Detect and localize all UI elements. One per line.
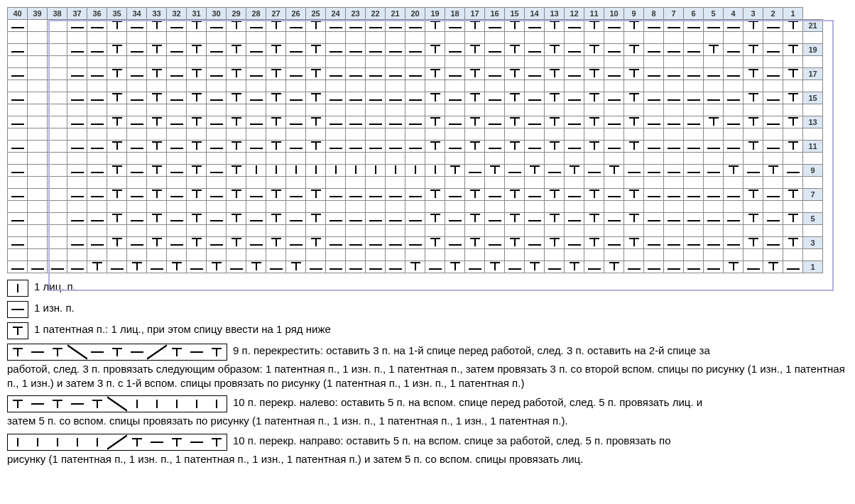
chart-cell-gap: [724, 225, 744, 237]
chart-cell-gap: [604, 32, 624, 44]
chart-cell-gap: [187, 225, 207, 237]
chart-cell: [147, 237, 167, 249]
chart-cell-gap: [147, 32, 167, 44]
chart-cell: [306, 213, 326, 225]
chart-cell: [565, 165, 584, 177]
chart-cell-gap: [306, 177, 326, 189]
chart-cell-gap: [28, 249, 48, 261]
chart-cell: [704, 68, 724, 80]
chart-cell: [465, 141, 485, 153]
chart-cell-gap: [48, 128, 67, 141]
chart-cell-gap: [207, 153, 227, 165]
chart-cell-gap: [306, 104, 326, 116]
chart-cell-gap: [445, 32, 465, 44]
chart-cell-gap: [604, 153, 624, 165]
chart-cell-gap: [48, 225, 67, 237]
chart-cell: [386, 237, 405, 249]
chart-cell-gap: [187, 104, 207, 116]
chart-cell: [67, 261, 87, 273]
chart-cell: [207, 213, 227, 225]
chart-cell: [386, 261, 405, 273]
chart-cell: [724, 92, 744, 104]
chart-cell: [545, 141, 565, 153]
chart-cell-gap: [505, 153, 525, 165]
chart-cell: [386, 189, 405, 201]
chart-cell: [207, 116, 227, 128]
chart-cell-gap: [187, 249, 207, 261]
chart-cell-gap: [326, 225, 346, 237]
col-header: 36: [87, 8, 107, 20]
chart-cell: [684, 165, 704, 177]
chart-cell: [445, 165, 465, 177]
chart-cell: [584, 44, 604, 56]
chart-cell: [584, 165, 604, 177]
chart-cell-gap: [405, 153, 425, 165]
col-header: 12: [565, 8, 584, 20]
chart-cell-gap: [684, 104, 704, 116]
chart-cell: [604, 237, 624, 249]
chart-cell-gap: [565, 177, 584, 189]
col-header: 26: [286, 8, 306, 20]
chart-cell: [306, 237, 326, 249]
chart-cell-gap: [783, 32, 803, 44]
chart-cell: [227, 68, 246, 80]
chart-cell: [107, 20, 127, 32]
chart-cell: [386, 92, 405, 104]
col-header: 1: [783, 8, 803, 20]
chart-cell-gap: [465, 56, 485, 68]
chart-cell: [246, 261, 266, 273]
chart-cell: [67, 213, 87, 225]
chart-cell-gap: [565, 128, 584, 141]
chart-cell: [545, 116, 565, 128]
chart-cell: [644, 44, 664, 56]
chart-cell-gap: [664, 249, 684, 261]
chart-cell: [147, 189, 167, 201]
col-header: 25: [306, 8, 326, 20]
chart-cell-gap: [624, 128, 644, 141]
legend-label: 1 патентная п.: 1 лиц., при этом спицу в…: [34, 322, 331, 336]
chart-cell-gap: [107, 104, 127, 116]
chart-cell: [28, 116, 48, 128]
chart-cell-gap: [485, 56, 505, 68]
chart-cell-gap: [565, 56, 584, 68]
chart-cell-gap: [107, 201, 127, 213]
chart-cell: [147, 44, 167, 56]
chart-cell-gap: [565, 32, 584, 44]
chart-cell-gap: [286, 201, 306, 213]
chart-cell-gap: [704, 201, 724, 213]
chart-cell: [28, 213, 48, 225]
chart-cell: [227, 141, 246, 153]
chart-cell-gap: [67, 177, 87, 189]
chart-cell-gap: [246, 80, 266, 92]
chart-cell-gap: [604, 201, 624, 213]
chart-cell-gap: [485, 225, 505, 237]
chart-cell: [28, 92, 48, 104]
chart-cell-gap: [604, 80, 624, 92]
chart-cell-gap: [87, 32, 107, 44]
chart-cell: [525, 20, 545, 32]
chart-cell-gap: [425, 56, 445, 68]
chart-cell-gap: [545, 177, 565, 189]
chart-cell: [107, 165, 127, 177]
chart-cell: [425, 20, 445, 32]
chart-cell: [584, 237, 604, 249]
chart-cell: [28, 189, 48, 201]
chart-cell-gap: [664, 56, 684, 68]
row-label: 5: [803, 213, 823, 225]
chart-cell-gap: [604, 177, 624, 189]
chart-cell: [386, 141, 405, 153]
chart-cell-gap: [48, 153, 67, 165]
legend-row: 1 изн. п.: [7, 301, 848, 318]
chart-cell-gap: [604, 225, 624, 237]
chart-cell: [227, 213, 246, 225]
chart-cell-gap: [565, 104, 584, 116]
chart-cell: [525, 141, 545, 153]
chart-cell-gap: [187, 80, 207, 92]
chart-cell-gap: [346, 128, 366, 141]
chart-cell-gap: [306, 225, 326, 237]
chart-cell-gap: [584, 177, 604, 189]
chart-cell-gap: [405, 249, 425, 261]
chart-cell: [684, 261, 704, 273]
col-header: 9: [624, 8, 644, 20]
chart-cell-gap: [545, 249, 565, 261]
